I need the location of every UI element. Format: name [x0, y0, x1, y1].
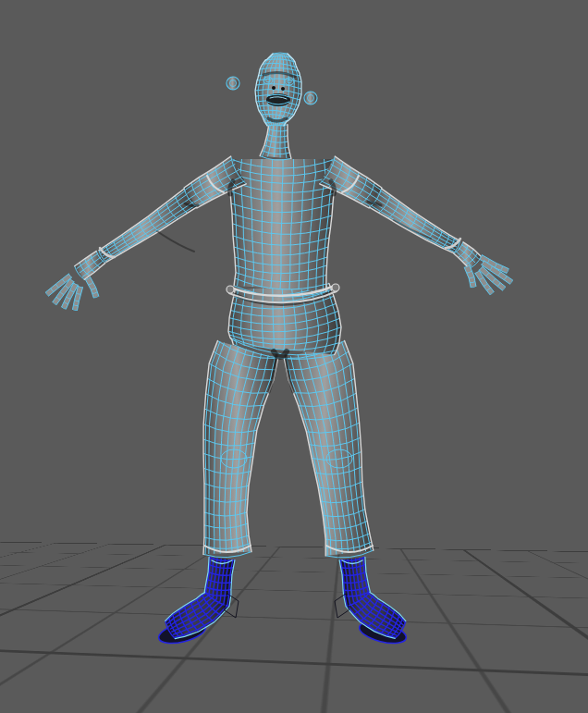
character-model[interactable] — [0, 0, 588, 713]
3d-viewport[interactable] — [0, 0, 588, 713]
right-leg-mesh[interactable] — [284, 341, 373, 558]
left-leg-mesh[interactable] — [203, 341, 278, 558]
right-boot-selected[interactable] — [339, 557, 406, 638]
hem-roll-left — [227, 286, 234, 293]
left-boot-selected[interactable] — [165, 557, 235, 638]
left-thumb[interactable] — [85, 277, 98, 298]
right-forearm-mesh[interactable] — [370, 189, 460, 253]
neck-mesh[interactable] — [260, 123, 291, 160]
left-ear — [227, 77, 239, 90]
torso-mesh[interactable] — [228, 159, 337, 297]
right-ear — [304, 92, 317, 104]
right-thumb[interactable] — [464, 265, 476, 288]
head-mesh[interactable] — [255, 53, 301, 126]
nostril — [281, 87, 285, 91]
nostril — [272, 86, 276, 90]
hem-roll-right — [332, 284, 339, 291]
left-forearm-mesh[interactable] — [99, 189, 197, 262]
